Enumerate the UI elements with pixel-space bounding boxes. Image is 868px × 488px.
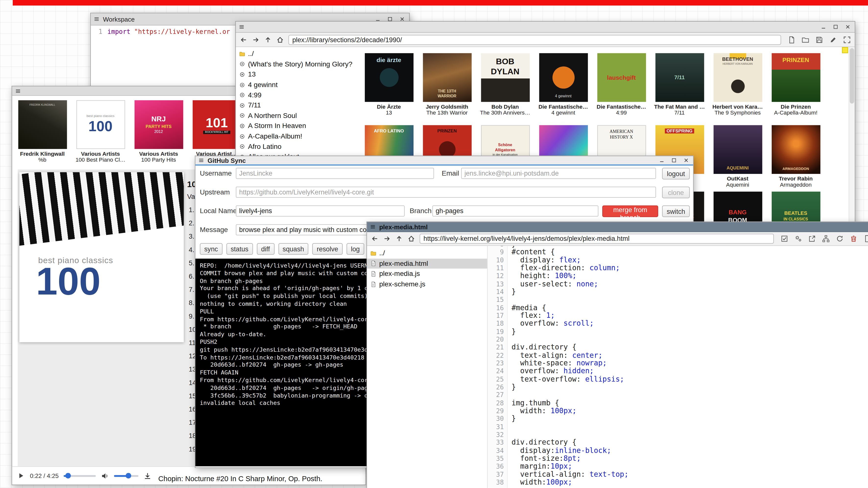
editor-code[interactable]: }#content { display: flex; flex-directio…: [508, 246, 868, 488]
editor-code-line: text-overflow: ellipsis;: [512, 375, 868, 383]
file-item[interactable]: plex-media.js: [367, 269, 487, 279]
url-input[interactable]: [288, 35, 781, 44]
album-item[interactable]: AQUEMINIOutKastAquemini: [709, 125, 767, 188]
fullscreen-icon[interactable]: [843, 36, 851, 44]
album-item[interactable]: NRJPARTY HITS2012Various Artists100 Part…: [129, 100, 188, 163]
album-item[interactable]: BEETHOVENHERBERT VON KARAJANHerbert von …: [709, 53, 767, 116]
album-item[interactable]: FREDRIK KLINGWALLFredrik Klingwall%b: [13, 100, 71, 163]
save-icon[interactable]: [815, 36, 823, 44]
sync-button[interactable]: sync: [200, 243, 222, 254]
squash-button[interactable]: squash: [278, 243, 309, 254]
refresh-icon[interactable]: [836, 235, 844, 243]
album-item[interactable]: die ärzteDie Ärzte13: [362, 53, 418, 116]
localname-field[interactable]: [236, 206, 405, 217]
menu-icon[interactable]: [239, 24, 245, 30]
status-button[interactable]: status: [226, 243, 253, 254]
home-icon[interactable]: [407, 235, 415, 243]
album-cover-art: best piano classics100: [76, 100, 125, 149]
editor-code-line: div.directory {: [512, 439, 868, 447]
open-external-icon[interactable]: [808, 235, 816, 243]
sidebar-item[interactable]: 4:99: [236, 90, 362, 100]
logout-button[interactable]: logout: [662, 168, 690, 179]
username-field[interactable]: [236, 168, 434, 179]
forward-icon[interactable]: [383, 235, 391, 243]
scrollbar-thumb[interactable]: [849, 48, 854, 103]
resolve-button[interactable]: resolve: [312, 243, 343, 254]
back-icon[interactable]: [371, 235, 379, 243]
sidebar-item[interactable]: A Storm In Heaven: [236, 121, 362, 131]
sidebar-item[interactable]: 7/11: [236, 100, 362, 111]
merge-from-branch-button[interactable]: merge from branch: [602, 206, 658, 217]
plex-media-editor-window: plex-media.html ../plex-media.htmlplex-m…: [367, 221, 868, 488]
new-file-icon[interactable]: [864, 235, 868, 243]
log-button[interactable]: log: [346, 243, 364, 254]
cover-text: BANG: [729, 209, 747, 216]
code-editor[interactable]: 8910111213141516171819202122232425262728…: [488, 246, 868, 488]
email-field[interactable]: [461, 168, 656, 179]
edit-icon[interactable]: [829, 36, 837, 44]
home-icon[interactable]: [276, 36, 284, 44]
album-item[interactable]: lauschgiftDie Fantastische…4:99: [592, 53, 650, 116]
album-item[interactable]: 4 gewinntDie Fantastische…4 gewinnt: [534, 53, 592, 116]
menu-icon[interactable]: [15, 88, 21, 94]
diff-button[interactable]: diff: [257, 243, 274, 254]
play-button[interactable]: [17, 472, 25, 480]
album-item[interactable]: ARMAGEDDONTrevor RabinArmageddon: [767, 125, 825, 188]
branch-field[interactable]: [432, 206, 598, 217]
close-button[interactable]: [682, 157, 690, 164]
album-item[interactable]: THE 13THWARRIORJerry GoldsmithThe 13th W…: [418, 53, 476, 116]
sidebar-item[interactable]: ../: [236, 49, 362, 59]
album-disc-icon: [239, 82, 245, 88]
sidebar-item[interactable]: A-Capella-Album!: [236, 131, 362, 142]
cover-text-block: THE 13THWARRIOR: [423, 53, 471, 102]
settings-gears-icon[interactable]: [795, 235, 802, 243]
menu-icon[interactable]: [198, 157, 204, 163]
up-icon[interactable]: [395, 235, 403, 243]
cover-text: 4 gewinnt: [555, 94, 571, 99]
maximize-button[interactable]: [832, 23, 840, 30]
editor-code-line: overflow: scroll;: [512, 320, 868, 328]
switch-button[interactable]: switch: [662, 206, 690, 217]
cover-text: Schöne: [498, 143, 512, 147]
forward-icon[interactable]: [252, 36, 260, 44]
menu-icon[interactable]: [370, 224, 376, 230]
volume-icon[interactable]: [101, 471, 109, 480]
close-button[interactable]: [844, 23, 852, 30]
sidebar-item[interactable]: 4 gewinnt: [236, 80, 362, 90]
up-icon[interactable]: [264, 36, 272, 44]
new-file-icon[interactable]: [788, 36, 796, 44]
download-icon[interactable]: [144, 471, 152, 480]
file-item[interactable]: ../: [367, 248, 487, 258]
editor-code-line: display: flex;: [512, 256, 868, 264]
seek-slider[interactable]: [64, 475, 96, 477]
sitemap-icon[interactable]: [822, 235, 830, 243]
album-item[interactable]: PRINZENDie PrinzenA-Capella-Album!: [767, 53, 825, 116]
code-line: import "https://lively-kernel.or: [107, 28, 230, 90]
volume-slider[interactable]: [114, 475, 138, 477]
plex-browser-titlebar[interactable]: [236, 22, 855, 33]
sidebar-item[interactable]: Afro Latino: [236, 142, 362, 152]
delete-icon[interactable]: [849, 235, 858, 243]
editor-line-number: 16: [488, 304, 504, 312]
file-item[interactable]: plex-media.html: [367, 258, 487, 269]
clone-button[interactable]: clone: [662, 187, 690, 198]
sidebar-item[interactable]: (What's the Story) Morning Glory?: [236, 59, 362, 69]
url-input[interactable]: [420, 234, 774, 244]
folder-icon[interactable]: [802, 36, 809, 44]
sidebar-item[interactable]: 13: [236, 69, 362, 80]
maximize-button[interactable]: [670, 157, 678, 164]
album-item[interactable]: BOBDYLANBob DylanThe 30th Annivers…: [476, 53, 534, 116]
album-big-cover[interactable]: best piano classics 100: [19, 172, 184, 342]
accept-edit-icon[interactable]: [780, 235, 788, 243]
album-item[interactable]: 7/11The Fat Man and …7/11: [651, 53, 709, 116]
back-icon[interactable]: [240, 36, 248, 44]
plex-media-titlebar[interactable]: plex-media.html: [367, 222, 868, 232]
minimize-button[interactable]: [819, 23, 828, 30]
github-sync-titlebar[interactable]: GitHub Sync: [195, 156, 693, 165]
file-item[interactable]: plex-scheme.js: [367, 279, 487, 289]
album-item[interactable]: best piano classics100Various Artists100…: [71, 100, 129, 163]
menu-icon[interactable]: [94, 16, 100, 22]
sidebar-item[interactable]: A Northern Soul: [236, 111, 362, 121]
minimize-button[interactable]: [658, 157, 666, 164]
upstream-field[interactable]: [236, 187, 656, 197]
